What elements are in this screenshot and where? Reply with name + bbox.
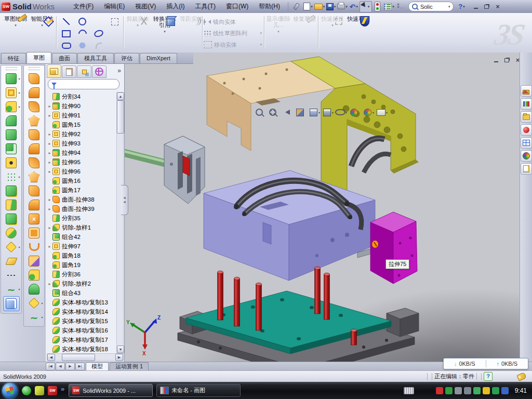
heads-up-button[interactable]: ▾ bbox=[374, 106, 388, 118]
keyboard-layout-icon[interactable] bbox=[404, 387, 414, 394]
expand-arrow-icon[interactable] bbox=[47, 141, 52, 146]
command-manager-tab[interactable]: 曲面 bbox=[52, 53, 77, 63]
next-tab-icon[interactable]: ▶ bbox=[65, 363, 75, 370]
open-button[interactable]: ▾ bbox=[314, 2, 325, 12]
scroll-down-icon[interactable]: ▼ bbox=[117, 345, 124, 353]
part-magenta-block[interactable] bbox=[370, 212, 417, 284]
menu-item[interactable]: 窗口(W) bbox=[221, 1, 254, 12]
toolbar-button[interactable]: ▾ bbox=[4, 170, 19, 184]
convert-entities-button[interactable]: 转换实体引用 ▾ bbox=[151, 15, 178, 35]
help-button[interactable]: ?▾ bbox=[456, 2, 467, 12]
toolbar-button[interactable]: ▾ bbox=[4, 128, 19, 142]
expand-arrow-icon[interactable] bbox=[47, 113, 52, 118]
heads-up-button[interactable]: ▾ bbox=[280, 106, 293, 118]
tree-item[interactable]: 圆角17 bbox=[47, 185, 117, 195]
tree-item[interactable]: 实体-移动/复制17 bbox=[47, 335, 117, 344]
tree-item[interactable]: 实体-移动/复制15 bbox=[47, 316, 117, 326]
tree-item[interactable]: 拉伸97 bbox=[47, 242, 117, 251]
linear-sketch-pattern-button[interactable]: 线性草图阵列 ▾ bbox=[204, 29, 262, 38]
tree-filter-box[interactable] bbox=[48, 79, 119, 89]
solidworks-quicklaunch-icon[interactable]: SW bbox=[48, 386, 57, 395]
tree-item[interactable]: 拉伸93 bbox=[47, 139, 117, 148]
dropdown-caret-icon[interactable]: ▾ bbox=[18, 105, 20, 109]
task-pane-tab[interactable] bbox=[521, 150, 532, 162]
tree-item[interactable]: 分割34 bbox=[47, 92, 117, 101]
toolbar-button[interactable]: ▾ bbox=[26, 142, 42, 156]
tree-item[interactable]: 拉伸95 bbox=[47, 157, 117, 167]
task-pane-tab[interactable] bbox=[521, 163, 532, 175]
sketch-entity-button[interactable] bbox=[74, 16, 90, 28]
toolbar-button[interactable]: ▾ bbox=[26, 128, 42, 142]
feature-manager-tab[interactable] bbox=[92, 65, 107, 78]
search-box[interactable]: ▾ bbox=[408, 2, 454, 11]
doc-close-button[interactable]: × bbox=[512, 56, 520, 64]
menu-item[interactable]: 工具(T) bbox=[190, 1, 221, 12]
feature-manager-tab[interactable] bbox=[62, 65, 76, 78]
tree-item[interactable]: 曲面-拉伸39 bbox=[47, 204, 117, 214]
toolbar-button[interactable]: ▾ bbox=[4, 282, 19, 296]
expand-arrow-icon[interactable] bbox=[47, 104, 52, 109]
dropdown-caret-icon[interactable]: ▾ bbox=[41, 301, 43, 305]
horizontal-scrollbar[interactable]: ◀ ▶ bbox=[47, 353, 124, 361]
toolbar-button[interactable]: ▾ bbox=[26, 296, 42, 310]
dropdown-caret-icon[interactable]: ▾ bbox=[151, 29, 178, 35]
tree-item[interactable]: 组合42 bbox=[47, 232, 117, 242]
last-tab-icon[interactable]: ▶| bbox=[75, 363, 85, 370]
toolbar-button[interactable]: ▾ bbox=[3, 296, 20, 311]
dropdown-caret-icon[interactable]: ▾ bbox=[18, 175, 20, 179]
print-button[interactable]: ▾ bbox=[337, 2, 348, 12]
command-manager-tab[interactable]: DimXpert bbox=[140, 53, 177, 63]
tree-item[interactable]: 实体-移动/复制14 bbox=[47, 307, 117, 316]
tree-item[interactable]: 实体-移动/复制18 bbox=[47, 344, 117, 354]
toolbar-button[interactable]: ▾ bbox=[4, 100, 19, 114]
move-entities-button[interactable]: 移动实体 ▾ bbox=[204, 40, 262, 49]
dropdown-caret-icon[interactable]: ▾ bbox=[18, 77, 20, 81]
heads-up-button[interactable]: ▾ bbox=[293, 106, 307, 118]
feature-manager-tab[interactable] bbox=[47, 64, 61, 78]
tree-item[interactable]: 拉伸96 bbox=[47, 167, 117, 176]
dropdown-caret-icon[interactable]: ▾ bbox=[18, 91, 20, 95]
toolbar-button[interactable]: ▾ bbox=[26, 114, 42, 128]
toolbar-button[interactable]: ▾ bbox=[26, 198, 42, 212]
dropdown-caret-icon[interactable]: ▾ bbox=[3, 22, 28, 29]
menu-item[interactable]: 视图(V) bbox=[130, 1, 161, 12]
tray-icon[interactable] bbox=[436, 387, 443, 394]
dropdown-caret-icon[interactable]: ▾ bbox=[18, 245, 20, 249]
messenger-icon[interactable] bbox=[22, 386, 31, 395]
sketch-entity-button[interactable] bbox=[90, 16, 107, 28]
sketch-entity-button[interactable] bbox=[58, 39, 74, 51]
sketch-entity-button[interactable] bbox=[107, 16, 123, 28]
task-pane-tab[interactable] bbox=[521, 111, 532, 123]
heads-up-button[interactable]: ▾ bbox=[334, 106, 347, 118]
rapid-sketch-button[interactable]: 快速草图 bbox=[346, 15, 371, 22]
toolbar-button[interactable]: ▾ bbox=[26, 86, 42, 100]
tree-item[interactable]: 圆角15 bbox=[47, 120, 117, 129]
undo-button[interactable]: ↶▾ bbox=[348, 2, 360, 12]
scrollbar-thumb[interactable] bbox=[117, 100, 124, 134]
command-manager-tab[interactable]: 模具工具 bbox=[77, 53, 114, 63]
mirror-entities-button[interactable]: 镜向实体 bbox=[204, 17, 262, 26]
heads-up-button[interactable]: ▾ bbox=[320, 106, 334, 118]
tree-item[interactable]: 拉伸91 bbox=[47, 111, 117, 120]
sketch-button[interactable]: 草图绘制 ▾ bbox=[3, 15, 28, 29]
tag-icon[interactable] bbox=[516, 372, 527, 381]
command-manager-tab[interactable]: 特征 bbox=[1, 53, 26, 63]
sketch-entity-button[interactable] bbox=[107, 28, 123, 39]
panel-expand-chevron-icon[interactable]: » bbox=[117, 67, 121, 74]
display-delete-relations-button[interactable]: 显示/删除几... ▾ bbox=[266, 15, 291, 35]
scroll-up-icon[interactable]: ▲ bbox=[117, 92, 124, 100]
toolbar-button[interactable]: ▾ bbox=[26, 212, 42, 226]
heads-up-button[interactable]: ▾ bbox=[266, 106, 280, 118]
smart-dimension-button[interactable]: 智能尺寸 ▾ bbox=[30, 15, 55, 29]
tree-item[interactable]: 拉伸94 bbox=[47, 148, 117, 157]
doc-minimize-button[interactable] bbox=[490, 56, 501, 64]
dropdown-caret-icon[interactable]: ▾ bbox=[386, 111, 388, 114]
new-document-button[interactable]: ▾ bbox=[302, 2, 314, 12]
toolbar-button[interactable]: ▾ bbox=[26, 226, 42, 240]
sketch-entity-button[interactable] bbox=[58, 28, 74, 39]
sketch-entity-button[interactable] bbox=[90, 39, 107, 51]
prev-tab-icon[interactable]: ◀ bbox=[56, 363, 65, 370]
tree-item[interactable]: 拉伸92 bbox=[47, 129, 117, 139]
expand-arrow-icon[interactable] bbox=[47, 244, 52, 249]
toolbar-button[interactable]: ▾ bbox=[26, 254, 42, 268]
